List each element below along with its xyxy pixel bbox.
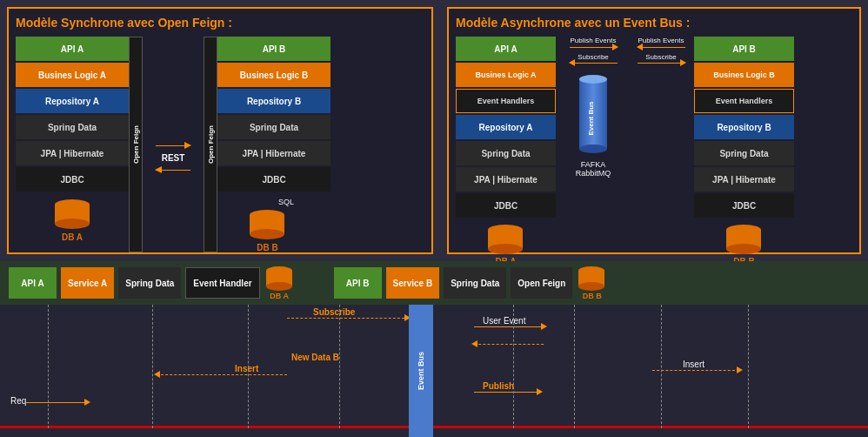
- service-a-repository: Repository A: [16, 89, 129, 113]
- svg-point-15: [726, 244, 761, 254]
- bottom-section: API A Service A Spring Data Event Handle…: [0, 261, 868, 437]
- async-b-business: Busines Logic B: [694, 63, 794, 87]
- service-b-repository: Repository B: [217, 89, 331, 113]
- async-layout: API A Busines Logic A Event Handlers Rep…: [456, 37, 852, 266]
- top-panels: Modèle Synchrone avec Open Feign : API A…: [0, 0, 868, 261]
- fafka-label: FAFKA RabbitMQ: [576, 160, 611, 178]
- service-a-jdbc: JDBC: [16, 167, 129, 192]
- service-b-jpa: JPA | Hibernate: [217, 141, 331, 165]
- arrowhead-left: [155, 166, 162, 173]
- svg-point-5: [250, 229, 284, 239]
- bottom-db-a-label: DB A: [270, 292, 289, 300]
- service-a-db: DB A: [53, 198, 92, 242]
- arrowhead-subscribe-a: [569, 59, 575, 66]
- insert-seq-label: Insert: [235, 364, 258, 373]
- seq-vline-3: [248, 305, 249, 428]
- svg-point-8: [488, 244, 523, 254]
- async-b-repository: Repository B: [694, 115, 794, 139]
- event-bus-cylinder: Event Bus: [576, 71, 611, 158]
- seq-vline-8: [748, 305, 749, 428]
- sequence-diagram: Event Bus Subscribe New Data B Insert Re…: [0, 305, 868, 437]
- user-event-label: User Event: [483, 316, 525, 326]
- async-b-api: API B: [694, 37, 794, 61]
- publish-seq-line: [474, 392, 539, 393]
- bottom-b-spring: Spring Data: [444, 267, 506, 299]
- arrowhead-subscribe-b: [680, 59, 686, 66]
- db-a-icon: [53, 198, 92, 232]
- req-arrowhead: [84, 399, 90, 406]
- new-data-b-label: New Data B: [291, 353, 339, 362]
- async-a-spring: Spring Data: [456, 141, 556, 165]
- seq-vline-6: [574, 305, 575, 428]
- bottom-db-b-icon: [577, 266, 607, 292]
- arrow-line-right: [156, 145, 190, 146]
- service-b-db-label: DB B: [257, 243, 277, 252]
- bottom-b-service: Service B: [386, 267, 440, 299]
- service-b-group: Open Feign API B Busines Logic B Reposit…: [204, 37, 331, 252]
- db-b-icon: [248, 208, 287, 243]
- publish-seq-arrowhead: [537, 388, 543, 395]
- svg-point-21: [578, 282, 604, 291]
- service-a-block: API A Busines Logic A Repository A Sprin…: [16, 37, 129, 252]
- service-b-db-container: SQL DB B: [217, 198, 331, 252]
- subscribe-line: [287, 318, 409, 319]
- async-db-b-icon: [724, 224, 764, 257]
- service-a-jpa: JPA | Hibernate: [16, 141, 129, 165]
- service-b-spring: Spring Data: [217, 115, 331, 139]
- bottom-a-event: Event Handler: [185, 267, 259, 299]
- subscribe-arrow-a: [570, 63, 618, 64]
- service-a-business: Busines Logic A: [16, 63, 129, 87]
- rest-arrow-left: [156, 170, 190, 171]
- service-b-db: DB B: [248, 208, 287, 252]
- insert-arrowhead: [154, 371, 160, 378]
- publish-seq-label: Publish: [483, 381, 514, 391]
- arrow-line-left: [156, 170, 190, 171]
- user-event-arrowhead: [541, 323, 547, 330]
- async-a-business: Busines Logic A: [456, 63, 556, 87]
- svg-point-11: [579, 145, 607, 153]
- service-a-db-container: DB A: [16, 198, 129, 242]
- async-a-repository: Repository A: [456, 115, 556, 139]
- service-b-business: Busines Logic B: [217, 63, 331, 87]
- service-b-api: API B: [217, 37, 331, 61]
- req-line: [26, 402, 87, 403]
- async-b-jdbc: JDBC: [694, 193, 794, 218]
- service-a-api: API A: [16, 37, 129, 61]
- arrowhead-publish-a: [612, 44, 618, 50]
- rest-arrow-right: [156, 145, 190, 146]
- bottom-a-spring: Spring Data: [118, 267, 181, 299]
- rest-connector: REST: [151, 37, 195, 252]
- user-event-return-line: [474, 344, 544, 345]
- red-bottom-line: [0, 426, 868, 428]
- right-panel: Modèle Asynchrone avec un Event Bus : AP…: [447, 7, 861, 254]
- async-a-event-handlers: Event Handlers: [456, 89, 556, 113]
- right-panel-title: Modèle Asynchrone avec un Event Bus :: [456, 16, 852, 30]
- svg-point-18: [266, 282, 292, 291]
- async-b-event-handlers: Event Handlers: [694, 89, 794, 113]
- publish-events-b-label: Publish Events: [635, 37, 687, 45]
- seq-vline-1: [48, 305, 49, 428]
- async-b-jpa: JPA | Hibernate: [694, 167, 794, 192]
- bottom-db-b-label: DB B: [583, 292, 602, 300]
- service-a-db-label: DB A: [62, 232, 83, 242]
- seq-vline-2: [152, 305, 153, 428]
- async-db-a-icon: [486, 224, 525, 257]
- subscribe-a-label: Subscribe: [578, 53, 609, 61]
- sql-label: SQL: [278, 198, 294, 206]
- insert-line: [157, 374, 287, 375]
- left-panel-title: Modèle Synchrone avec Open Feign :: [16, 16, 424, 30]
- seq-vline-5: [513, 305, 514, 428]
- user-event-return-arrowhead: [471, 340, 477, 347]
- event-bus-area: Publish Events Subscribe: [558, 37, 628, 178]
- main-container: Modèle Synchrone avec Open Feign : API A…: [0, 0, 868, 437]
- bottom-a-db: DB A: [264, 266, 295, 300]
- service-b-jdbc: JDBC: [217, 167, 331, 192]
- subscribe-arrow-b: [638, 63, 685, 64]
- async-a-db: DB A: [456, 224, 556, 266]
- bottom-b-api: API B: [334, 267, 382, 299]
- feign-bar-b: Open Feign: [204, 37, 217, 252]
- insert-right-label: Insert: [683, 360, 704, 369]
- subscribe-seq-label: Subscribe: [313, 307, 355, 317]
- user-event-line: [474, 326, 544, 327]
- async-service-b: API B Busines Logic B Event Handlers Rep…: [694, 37, 794, 266]
